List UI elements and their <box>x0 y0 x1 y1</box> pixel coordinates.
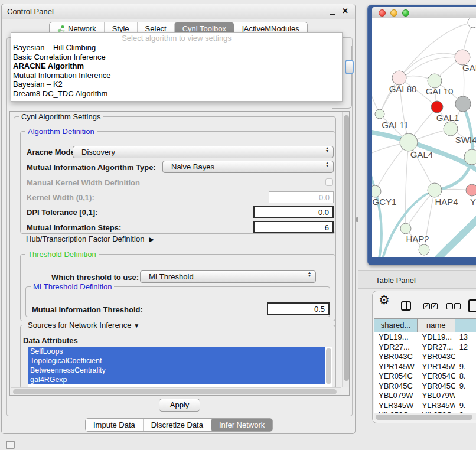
group-sources-network-inference: Sources for Network Inference ▼ Data Att… <box>20 325 335 389</box>
attribute-item[interactable]: SelfLoops <box>28 347 325 356</box>
network-node-gal11[interactable] <box>375 109 384 119</box>
node-label-gal: GAL <box>462 63 476 73</box>
algorithm-option-bayesian-k2[interactable]: Bayesian – K2 <box>11 80 342 89</box>
mi-threshold-label: Mutual Information Threshold: <box>32 305 143 314</box>
columns-icon[interactable] <box>401 301 411 311</box>
bottom-tab-bar: Impute DataDiscretize DataInfer Network <box>85 418 273 432</box>
data-attributes-label: Data Attributes <box>23 336 78 345</box>
mi-algorithm-type-select[interactable]: Naive Bayes ▴▾ <box>162 161 334 173</box>
unchecked-box-icon[interactable] <box>454 303 461 309</box>
floating-panel-icon[interactable] <box>6 441 15 449</box>
node-label-gal10: GAL10 <box>426 86 454 96</box>
close-icon[interactable]: ✕ <box>342 6 348 15</box>
network-node[interactable] <box>468 18 476 28</box>
node-label-hap2: HAP2 <box>406 234 429 244</box>
column-header-hidden[interactable] <box>455 319 476 332</box>
group-title: Cyni Algorithm Settings <box>19 112 103 121</box>
group-mi-threshold-definition: MI Threshold Definition Mutual Informati… <box>25 286 330 317</box>
dpi-tolerance-label: DPI Tolerance [0,1]: <box>27 208 97 217</box>
table-row[interactable]: YBL079WYBL079W <box>374 391 476 401</box>
table-row[interactable]: YLR345WYLR345W9. <box>374 401 476 411</box>
table-header-row: shared...name <box>374 318 476 332</box>
manual-kernel-checkbox[interactable] <box>325 178 333 186</box>
group-title: Threshold Definition <box>25 250 99 259</box>
column-header-name[interactable]: name <box>418 319 455 332</box>
network-node-hap2[interactable] <box>400 223 411 234</box>
algorithm-option-aracne-algorithm[interactable]: ARACNE Algorithm <box>11 61 342 71</box>
expander-arrow-icon: ▶ <box>149 236 154 243</box>
node-label-y: Y <box>470 197 476 207</box>
node-label-gal11: GAL11 <box>382 120 409 130</box>
table-row[interactable]: YER054CYER054C8. <box>374 371 476 381</box>
kernel-width-field[interactable]: 0.0 <box>269 191 334 203</box>
settings-vertical-scrollbar[interactable] <box>342 112 350 387</box>
algorithm-option-dream8-dc-tdc-algorithm[interactable]: Dream8 DC_TDC Algorithm <box>11 89 342 99</box>
scrollbar-thumb[interactable] <box>13 389 337 394</box>
network-icon <box>57 25 65 32</box>
unchecked-box-icon[interactable] <box>446 303 453 309</box>
tab-impute-data[interactable]: Impute Data <box>86 419 143 431</box>
network-node[interactable] <box>455 96 471 112</box>
network-node-gcy1[interactable] <box>372 185 381 197</box>
algorithm-option-bayesian-hill-climbing[interactable]: Bayesian – Hill Climbing <box>11 43 342 53</box>
table-row[interactable]: YBR045CYBR045C9. <box>374 381 476 392</box>
group-threshold-definition: Threshold Definition Which threshold to … <box>20 254 335 321</box>
settings-scroll-area: Cyni Algorithm Settings Algorithm Defini… <box>9 111 350 396</box>
gear-icon[interactable]: ⚙ <box>379 293 390 307</box>
network-node-swi4[interactable] <box>444 122 458 136</box>
network-node-gal4[interactable] <box>400 133 418 151</box>
mi-steps-label: Mutual Information Steps: <box>27 223 121 232</box>
float-window-icon[interactable] <box>330 9 335 15</box>
window-title: Control Panel <box>7 4 54 19</box>
network-view-window: GALGAL80GAL10GAL1GAL11SWI4GAL4GCY1HAP4YH… <box>367 5 476 265</box>
table-horizontal-scrollbar[interactable] <box>374 413 476 420</box>
node-table: shared...name YDL19...YDL19...13YDR27...… <box>374 318 476 414</box>
aracne-mode-select[interactable]: Discovery ▴▾ <box>73 146 334 158</box>
table-row[interactable]: YDR27...YDR27...12 <box>374 343 476 353</box>
scrollbar-thumb[interactable] <box>344 115 349 381</box>
network-canvas[interactable]: GALGAL80GAL10GAL1GAL11SWI4GAL4GCY1HAP4YH… <box>372 18 476 257</box>
group-algorithm-definition: Algorithm Definition Aracne Mode: Discov… <box>20 131 335 234</box>
group-title: Algorithm Definition <box>25 127 97 136</box>
tab-infer-network[interactable]: Infer Network <box>211 419 272 431</box>
mi-steps-field[interactable]: 6 <box>253 221 334 233</box>
table-body: YDL19...YDL19...13YDR27...YDR27...12YBR0… <box>374 332 476 414</box>
algorithm-option-basic-correlation-inference[interactable]: Basic Correlation Inference <box>11 53 342 62</box>
network-window-titlebar <box>372 7 476 18</box>
minimize-window-button[interactable] <box>390 9 397 17</box>
table-panel: ⚙ ✓ ✓ shared...name YDL19...YDL19...13YD… <box>372 291 476 423</box>
data-attributes-list: SelfLoopsTopologicalCoefficientBetweenne… <box>28 347 332 387</box>
table-row[interactable]: YPR145WYPR145W9. <box>374 362 476 372</box>
attribute-item[interactable]: BetweennessCentrality <box>28 366 325 375</box>
group-cyni-algorithm-settings: Cyni Algorithm Settings Algorithm Defini… <box>14 116 336 389</box>
table-row[interactable]: YDL19...YDL19...13 <box>374 332 476 343</box>
document-icon[interactable] <box>468 299 476 312</box>
scrollbar-thumb[interactable] <box>376 415 472 420</box>
hub-factor-expander[interactable]: Hub/Transcription Factor Definition▶ <box>26 234 154 243</box>
combo-arrows-icon: ▴▾ <box>326 162 328 167</box>
algorithm-option-mutual-information-inference[interactable]: Mutual Information Inference <box>11 71 342 80</box>
which-threshold-select[interactable]: MI Threshold ▴▾ <box>140 270 316 283</box>
settings-horizontal-scrollbar[interactable] <box>11 387 341 395</box>
list-scrollbar-thumb[interactable] <box>326 348 331 384</box>
panel-splitter-handle[interactable] <box>356 217 358 222</box>
apply-button[interactable]: Apply <box>159 399 200 412</box>
close-window-button[interactable] <box>379 9 386 17</box>
column-header-shared[interactable]: shared... <box>374 319 418 332</box>
table-row[interactable]: YBR043CYBR043C <box>374 352 476 362</box>
mi-algorithm-type-label: Mutual Information Algorithm Type: <box>27 163 156 172</box>
checked-box-icon[interactable]: ✓ <box>423 303 430 309</box>
zoom-window-button[interactable] <box>402 9 409 17</box>
attribute-item[interactable]: TopologicalCoefficient <box>28 356 325 366</box>
mi-threshold-field[interactable]: 0.5 <box>267 302 330 315</box>
network-node-y[interactable] <box>466 184 476 196</box>
network-node-hap4[interactable] <box>428 183 442 197</box>
network-node-gal1[interactable] <box>431 101 443 113</box>
network-node[interactable] <box>419 244 429 255</box>
dpi-tolerance-field[interactable]: 0.0 <box>253 206 334 218</box>
attribute-item[interactable]: gal4RGexp <box>28 375 325 384</box>
checked-box-icon[interactable]: ✓ <box>431 303 438 309</box>
tab-discretize-data[interactable]: Discretize Data <box>143 419 211 431</box>
sources-collapser[interactable]: Sources for Network Inference ▼ <box>25 321 142 330</box>
network-node-gal80[interactable] <box>392 71 406 85</box>
